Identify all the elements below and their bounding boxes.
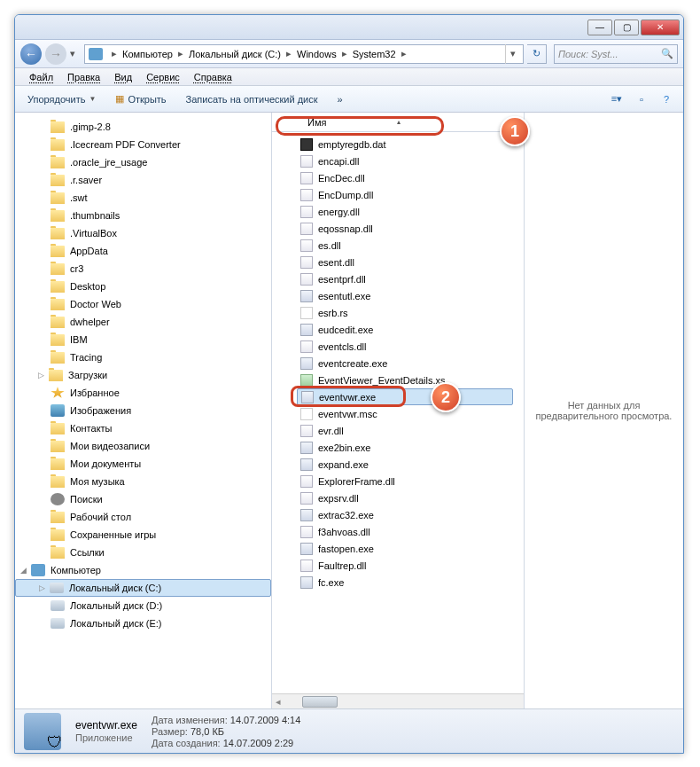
file-row[interactable]: fc.exe (297, 574, 513, 591)
file-row[interactable]: eventvwr.msc (297, 405, 513, 422)
tree-item[interactable]: .oracle_jre_usage (15, 153, 271, 171)
tree-item[interactable]: ▷Загрузки (15, 366, 271, 384)
back-button[interactable]: ← (20, 43, 42, 65)
help-button[interactable]: ? (657, 90, 676, 109)
crumb-sep-icon[interactable]: ▸ (283, 48, 295, 59)
file-row[interactable]: eventcreate.exe (297, 355, 513, 372)
file-row[interactable]: Faultrep.dll (297, 557, 513, 574)
crumb-sep-icon[interactable]: ▸ (338, 48, 351, 59)
file-row[interactable]: esrb.rs (297, 304, 513, 321)
sidebar-tree[interactable]: .gimp-2.8.Icecream PDF Converter.oracle_… (15, 113, 272, 708)
tree-item[interactable]: Мои документы (15, 455, 271, 473)
tree-drive[interactable]: ▷Локальный диск (C:) (15, 579, 271, 597)
menu-tools[interactable]: Сервис (139, 71, 187, 83)
tree-item[interactable]: Моя музыка (15, 473, 271, 490)
history-dropdown[interactable]: ▾ (70, 43, 81, 65)
menu-help[interactable]: Справка (187, 71, 239, 83)
more-button[interactable]: » (332, 92, 348, 106)
tree-drive[interactable]: Локальный диск (E:) (15, 614, 271, 632)
file-row[interactable]: EventViewer_EventDetails.xs (297, 372, 513, 388)
search-input[interactable]: Поиск: Syst... 🔍 (554, 44, 678, 64)
menu-file[interactable]: Файл (22, 71, 60, 83)
tree-item[interactable]: cr3 (15, 260, 271, 278)
tree-item[interactable]: Tracing (15, 348, 271, 366)
tree-item[interactable]: .VirtualBox (15, 224, 271, 242)
tree-drive[interactable]: Локальный диск (D:) (15, 597, 271, 614)
file-row[interactable]: es.dll (297, 237, 513, 254)
address-bar[interactable]: ▸ Компьютер ▸ Локальный диск (C:) ▸ Wind… (84, 44, 524, 64)
tree-item[interactable]: Рабочий стол (15, 508, 271, 526)
tree-item[interactable]: Desktop (15, 278, 271, 295)
tree-item[interactable]: .swt (15, 189, 271, 207)
file-row[interactable]: esent.dll (297, 254, 513, 270)
file-row[interactable]: esentutl.exe (297, 287, 513, 304)
tree-item[interactable]: .thumbnails (15, 207, 271, 224)
view-mode-button[interactable]: ≡▾ (607, 90, 626, 109)
file-row[interactable]: EncDump.dll (297, 186, 513, 203)
tree-item-label: Desktop (70, 281, 105, 292)
menu-edit[interactable]: Правка (60, 71, 107, 83)
file-row[interactable]: f3ahvoas.dll (297, 523, 513, 540)
organize-button[interactable]: Упорядочить▼ (22, 92, 101, 106)
file-row[interactable]: eventvwr.exe2 (297, 388, 513, 405)
tree-item[interactable]: dwhelper (15, 313, 271, 331)
addressbar-dropdown[interactable]: ▾ (505, 44, 519, 64)
file-row[interactable]: EncDec.dll (297, 169, 513, 186)
horizontal-scrollbar[interactable]: ◂ (272, 693, 524, 708)
file-row[interactable]: energy.dll (297, 203, 513, 220)
tree-item[interactable]: Поиски (15, 490, 271, 508)
crumb-sep-icon[interactable]: ▸ (108, 48, 121, 59)
expander-icon[interactable]: ◢ (20, 566, 31, 575)
file-row[interactable]: esentprf.dll (297, 270, 513, 287)
tree-item[interactable]: .Icecream PDF Converter (15, 136, 271, 153)
tree-item[interactable]: IBM (15, 331, 271, 348)
search-icon (51, 493, 65, 505)
tree-item[interactable]: Мои видеозаписи (15, 437, 271, 455)
preview-empty-text: Нет данных для предварительного просмотр… (533, 400, 674, 421)
maximize-button[interactable]: ▢ (614, 20, 639, 35)
close-button[interactable]: ✕ (641, 20, 680, 35)
search-icon[interactable]: 🔍 (661, 48, 673, 59)
tree-item[interactable]: Ссылки (15, 544, 271, 561)
expander-icon[interactable]: ▷ (38, 371, 49, 380)
crumb-sep-icon[interactable]: ▸ (398, 48, 410, 59)
file-row[interactable]: eqossnap.dll (297, 220, 513, 237)
expander-icon[interactable]: ▷ (39, 583, 50, 592)
folder-icon (51, 512, 65, 523)
file-row[interactable]: exe2bin.exe (297, 439, 513, 456)
forward-button[interactable]: → (45, 43, 66, 65)
preview-pane-button[interactable]: ▫ (632, 90, 651, 109)
open-button[interactable]: ▦Открыть (110, 91, 171, 106)
file-row[interactable]: ExplorerFrame.dll (297, 473, 513, 489)
file-row[interactable]: encapi.dll (297, 153, 513, 169)
menu-view[interactable]: Вид (107, 71, 139, 83)
tree-item[interactable]: Сохраненные игры (15, 526, 271, 544)
crumb-windows[interactable]: Windows (295, 49, 338, 59)
tree-item[interactable]: Избранное (15, 384, 271, 402)
crumb-system32[interactable]: System32 (351, 49, 398, 59)
file-row[interactable]: evr.dll (297, 422, 513, 439)
tree-item[interactable]: AppData (15, 242, 271, 260)
tree-item[interactable]: Контакты (15, 419, 271, 437)
tree-item[interactable]: .gimp-2.8 (15, 118, 271, 136)
crumb-sep-icon[interactable]: ▸ (175, 48, 187, 59)
folder-icon (51, 121, 65, 133)
file-row[interactable]: eventcls.dll (297, 338, 513, 355)
minimize-button[interactable]: — (587, 20, 612, 35)
file-row[interactable]: eudcedit.exe (297, 321, 513, 338)
burn-button[interactable]: Записать на оптический диск (181, 92, 323, 106)
refresh-button[interactable]: ↻ (527, 44, 547, 64)
tree-item[interactable]: Изображения (15, 402, 271, 419)
file-row[interactable]: expsrv.dll (297, 489, 513, 506)
file-row[interactable]: emptyregdb.dat (297, 136, 513, 153)
crumb-drive[interactable]: Локальный диск (C:) (187, 49, 283, 59)
file-row[interactable]: extrac32.exe (297, 506, 513, 523)
file-row[interactable]: expand.exe (297, 456, 513, 473)
column-header-name[interactable]: Имя ▴ (272, 113, 524, 132)
file-list[interactable]: emptyregdb.datencapi.dllEncDec.dllEncDum… (272, 132, 524, 693)
tree-computer[interactable]: ◢Компьютер (15, 561, 271, 579)
tree-item[interactable]: .r.saver (15, 171, 271, 189)
file-row[interactable]: fastopen.exe (297, 540, 513, 557)
crumb-computer[interactable]: Компьютер (121, 49, 175, 59)
tree-item[interactable]: Doctor Web (15, 295, 271, 313)
